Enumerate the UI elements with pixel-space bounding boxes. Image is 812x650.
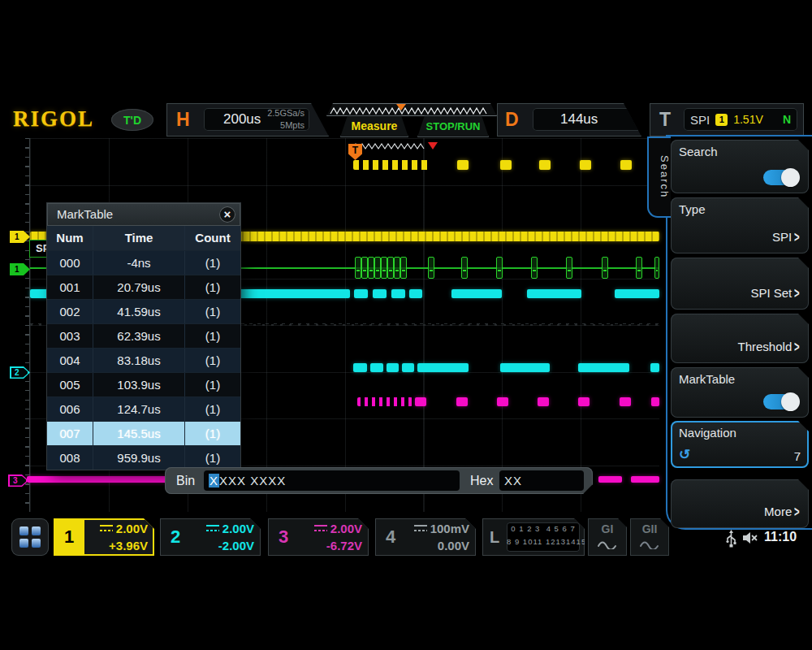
data-trace	[387, 363, 399, 372]
data-trace	[500, 363, 550, 372]
search-toggle[interactable]	[763, 170, 799, 185]
data-trace	[578, 363, 629, 372]
ch2-trace	[354, 289, 368, 298]
d-label: D	[505, 103, 519, 136]
usb-icon	[725, 530, 737, 548]
ch3-burst	[538, 397, 549, 406]
logic-row-8-15: 8 9 1011 12131415	[507, 535, 580, 548]
hex-value-field[interactable]: XX	[499, 470, 584, 491]
chevron-right-icon: >	[794, 338, 800, 355]
memory-position-bar[interactable]	[326, 103, 497, 116]
search-mark-cluster	[353, 160, 431, 170]
logic-row-0-7: 0 1 2 3 4 5 6 7	[507, 522, 580, 535]
zigzag-waveform-icon	[328, 104, 495, 117]
ch2-trace	[409, 289, 422, 298]
stop-run-button[interactable]: STOP/RUN	[417, 115, 489, 137]
dc-coupling-icon	[206, 525, 219, 532]
search-panel[interactable]: Search	[671, 140, 809, 193]
spi-frame-marker	[602, 257, 608, 279]
horizontal-timebase-panel[interactable]: H 200us 2.5GSa/s 5Mpts	[166, 103, 329, 136]
marktable-popup: MarkTable × Num Time Count 000-4ns(1) 00…	[47, 203, 240, 470]
close-icon[interactable]: ×	[219, 206, 235, 223]
left-axis-ticks	[25, 138, 29, 512]
chevron-right-icon: >	[794, 284, 800, 301]
spi-frame-marker	[461, 257, 468, 279]
marktable-row[interactable]: 000-4ns(1)	[47, 250, 240, 275]
rigol-logo: RIGOL	[13, 106, 94, 132]
trigger-panel[interactable]: T SPI 1 1.51V N	[650, 103, 804, 136]
marktable-row[interactable]: 00362.39us(1)	[47, 323, 240, 348]
channel-2-button[interactable]: 2 2.00V -2.00V	[160, 518, 261, 556]
ch3-trace	[27, 476, 168, 483]
marktable-panel[interactable]: MarkTable	[671, 367, 809, 418]
marktable-row[interactable]: 005103.9us(1)	[47, 372, 240, 396]
bin-value-field[interactable]: XXXX XXXX	[204, 470, 460, 491]
search-menu-tab[interactable]: Search	[647, 136, 671, 218]
delay-panel[interactable]: D 144us	[497, 103, 641, 136]
memory-position-pointer[interactable]	[396, 104, 406, 110]
spi-frame-marker	[531, 257, 538, 279]
marktable-titlebar[interactable]: MarkTable ×	[47, 203, 240, 226]
threshold-panel[interactable]: Threshold>	[671, 314, 809, 363]
bin-label: Bin	[176, 467, 195, 494]
spi-frame-marker	[400, 257, 407, 279]
bus-value-bar: Bin XXXX XXXX Hex XX	[165, 467, 593, 494]
spi-frame-marker	[394, 257, 400, 279]
marktable-toggle[interactable]	[763, 394, 799, 410]
ch2-trace	[615, 289, 659, 298]
oscilloscope-screen: RIGOL T'D H 200us 2.5GSa/s 5Mpts Measure…	[0, 0, 812, 650]
navigate-back-icon: ↺	[679, 446, 690, 463]
sine-wave-icon	[640, 539, 659, 549]
sample-rate: 2.5GSa/s	[267, 107, 304, 119]
spi-frame-marker	[361, 257, 368, 279]
dc-coupling-icon	[100, 525, 113, 532]
marktable-row[interactable]: 00120.79us(1)	[47, 275, 240, 299]
ch3-burst	[620, 397, 631, 406]
spi-frame-marker	[428, 257, 434, 279]
menu-grid-button[interactable]	[11, 518, 49, 556]
spi-frame-marker	[566, 257, 572, 279]
data-trace	[353, 363, 367, 372]
marktable-row[interactable]: 00241.59us(1)	[47, 299, 240, 323]
data-trace	[370, 363, 383, 372]
grid-icon	[19, 526, 41, 548]
channel-3-button[interactable]: 3 2.00V -6.72V	[268, 518, 369, 556]
spi-frame-marker	[654, 257, 659, 279]
trigger-source-badge: 1	[715, 114, 728, 126]
channel-1-button[interactable]: 1 2.00V +3.96V	[54, 518, 154, 556]
marktable-row[interactable]: 008959.9us(1)	[47, 445, 240, 470]
ch3-burst	[456, 397, 468, 406]
spi-set-panel[interactable]: SPI Set>	[671, 258, 809, 310]
marktable-row-selected[interactable]: 007145.5us(1)	[47, 421, 240, 445]
navigation-panel[interactable]: Navigation ↺ 7	[671, 421, 809, 468]
search-mark	[580, 160, 591, 170]
trigger-type: SPI	[690, 113, 710, 127]
ch3-burst	[651, 397, 659, 406]
dc-coupling-icon	[414, 525, 427, 532]
ch3-burst	[578, 397, 590, 406]
t-label: T	[659, 103, 671, 136]
search-mark	[500, 160, 512, 170]
speaker-muted-icon	[741, 531, 759, 545]
more-panel[interactable]: More>	[671, 479, 809, 528]
marktable-row[interactable]: 006124.7us(1)	[47, 396, 240, 421]
bin-cursor: X	[209, 474, 219, 488]
logic-channels-button[interactable]: L 0 1 2 3 4 5 6 7 8 9 1011 12131415	[482, 518, 585, 556]
clock: 11:10	[764, 530, 797, 544]
gen2-button[interactable]: GII	[630, 518, 669, 556]
marktable-row[interactable]: 00483.18us(1)	[47, 348, 240, 372]
toggle-knob	[781, 392, 800, 411]
measure-button[interactable]: Measure	[340, 115, 408, 137]
spi-frame-marker	[355, 257, 361, 279]
trigd-status-badge: T'D	[111, 109, 153, 131]
ch3-burst	[497, 397, 508, 406]
gen1-button[interactable]: GI	[588, 518, 627, 556]
ch2-trace	[373, 289, 387, 298]
spi-frame-marker	[636, 257, 642, 279]
channel-4-button[interactable]: 4 100mV 0.00V	[375, 518, 476, 556]
ch2-trace	[391, 289, 405, 298]
type-panel[interactable]: Type SPI>	[671, 197, 809, 254]
ch3-trace	[598, 476, 622, 483]
data-trace	[417, 363, 469, 372]
delay-value: 144us	[533, 108, 656, 131]
